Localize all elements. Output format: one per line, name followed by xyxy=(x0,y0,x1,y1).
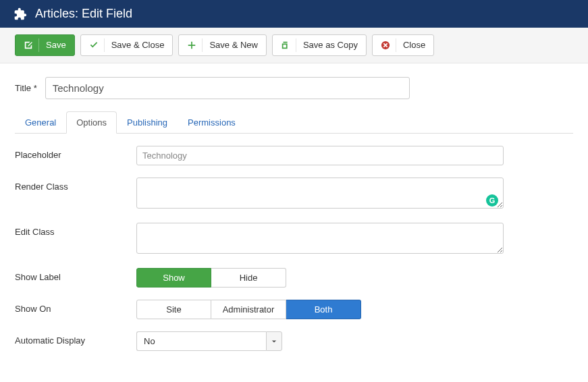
page-title: Articles: Edit Field xyxy=(35,7,132,21)
copy-icon xyxy=(281,40,290,50)
save-copy-button[interactable]: Save as Copy xyxy=(272,34,367,56)
title-field-row: Title * xyxy=(15,77,573,99)
show-on-label: Show On xyxy=(15,300,136,314)
auto-display-select[interactable]: No xyxy=(136,331,282,351)
cancel-icon xyxy=(381,40,390,50)
tab-publishing[interactable]: Publishing xyxy=(117,111,178,134)
placeholder-label: Placeholder xyxy=(15,146,136,160)
tab-permissions[interactable]: Permissions xyxy=(178,111,246,134)
save-close-button[interactable]: Save & Close xyxy=(80,34,173,56)
title-label: Title * xyxy=(15,83,37,93)
show-on-toggle: Site Administrator Both xyxy=(136,300,504,319)
render-class-input[interactable] xyxy=(136,178,504,209)
auto-display-value: No xyxy=(136,331,266,351)
placeholder-row: Placeholder xyxy=(15,146,573,165)
puzzle-icon xyxy=(14,7,27,21)
plus-icon xyxy=(187,40,196,50)
save-button[interactable]: Save xyxy=(15,34,75,56)
placeholder-input[interactable] xyxy=(136,146,504,165)
show-label-label: Show Label xyxy=(15,268,136,282)
page-header: Articles: Edit Field xyxy=(0,0,588,28)
tab-options[interactable]: Options xyxy=(66,111,117,134)
toolbar: Save Save & Close Save & New Save as Cop… xyxy=(0,28,588,63)
tab-bar: General Options Publishing Permissions xyxy=(15,111,573,134)
show-on-admin[interactable]: Administrator xyxy=(211,300,286,319)
chevron-down-icon xyxy=(266,331,282,351)
show-on-both[interactable]: Both xyxy=(286,300,361,319)
auto-display-label: Automatic Display xyxy=(15,331,136,346)
show-on-site[interactable]: Site xyxy=(136,300,211,319)
check-icon xyxy=(89,40,99,50)
auto-display-row: Automatic Display No xyxy=(15,331,573,351)
show-label-toggle: Show Hide xyxy=(136,268,504,288)
show-on-row: Show On Site Administrator Both xyxy=(15,300,573,319)
render-class-label: Render Class xyxy=(15,178,136,192)
save-new-button[interactable]: Save & New xyxy=(178,34,267,56)
edit-class-label: Edit Class xyxy=(15,223,136,237)
grammarly-icon: G xyxy=(486,194,498,207)
content-area: Title * General Options Publishing Permi… xyxy=(0,63,588,377)
show-label-hide[interactable]: Hide xyxy=(211,268,286,288)
show-label-row: Show Label Show Hide xyxy=(15,268,573,288)
edit-class-input[interactable] xyxy=(136,223,504,254)
edit-class-row: Edit Class xyxy=(15,223,573,256)
pencil-square-icon xyxy=(24,40,33,50)
close-button[interactable]: Close xyxy=(372,34,434,56)
title-input[interactable] xyxy=(45,77,410,99)
tab-general[interactable]: General xyxy=(15,111,66,134)
show-label-show[interactable]: Show xyxy=(136,268,211,288)
render-class-row: Render Class G xyxy=(15,178,573,211)
